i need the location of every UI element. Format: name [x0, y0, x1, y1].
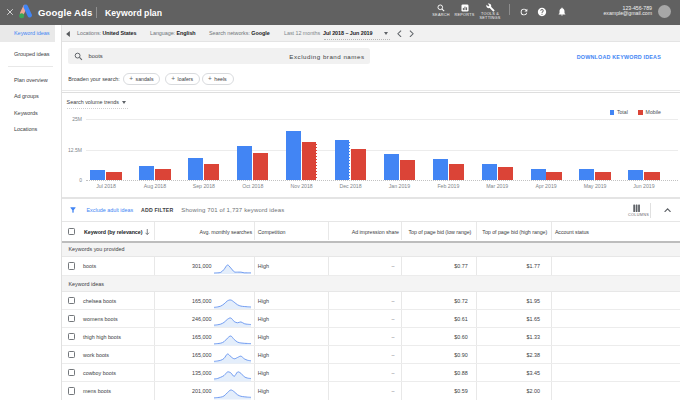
sidebar-item-grouped-ideas[interactable]: Grouped ideas	[14, 51, 49, 57]
sparkline-cell	[214, 386, 251, 397]
close-icon[interactable]	[6, 8, 14, 16]
x-tick-label: Jan 2019	[377, 183, 421, 189]
keyword-cell: womens boots	[83, 316, 118, 322]
bar-mobile-mar-2019	[498, 167, 513, 180]
column-divider	[328, 364, 329, 381]
sparkline-cell	[214, 332, 251, 343]
row-checkbox[interactable]	[68, 315, 75, 322]
next-period-icon[interactable]	[409, 30, 414, 38]
help-icon[interactable]	[537, 7, 547, 17]
topnav-search-label: SEARCH	[430, 13, 452, 17]
sidebar-item-locations[interactable]: Locations	[14, 126, 37, 132]
sidebar-item-keywords[interactable]: Keywords	[14, 110, 38, 116]
notifications-icon[interactable]	[557, 6, 567, 17]
prev-period-icon[interactable]	[397, 30, 402, 38]
column-divider	[476, 222, 477, 240]
chip-sandals[interactable]: +sandals	[123, 73, 160, 85]
language-setting[interactable]: Language: English	[150, 30, 196, 36]
table-row-thigh-high-boots[interactable]: thigh high boots165,000High–$0.60$1.33	[62, 328, 680, 346]
language-label: Language:	[150, 30, 175, 36]
page-title: Keyword plan	[105, 8, 162, 18]
sidebar-divider	[8, 66, 53, 67]
table-row-boots[interactable]: boots301,000High–$0.77$1.77	[62, 257, 680, 277]
bar-total-nov-2018	[286, 131, 301, 180]
add-filter-button[interactable]: ADD FILTER	[141, 207, 173, 213]
refresh-icon[interactable]	[519, 7, 529, 17]
column-divider	[401, 364, 402, 381]
chip-loafers[interactable]: +loafers	[165, 73, 200, 85]
competition-cell: High	[258, 334, 269, 340]
date-range-underline	[324, 39, 390, 40]
keyword-cell: work boots	[83, 352, 109, 358]
col-header-ad-impression[interactable]: Ad impression share	[329, 229, 399, 235]
excluding-brand-names-label[interactable]: Excluding brand names	[245, 53, 365, 60]
row-checkbox[interactable]	[68, 297, 75, 304]
table-row-cowboy-boots[interactable]: cowboy boots135,000High–$0.88$3.45	[62, 364, 680, 382]
competition-cell: High	[258, 352, 269, 358]
chip-heels[interactable]: +heels	[202, 73, 234, 85]
sidebar-item-keyword-ideas[interactable]: Keyword ideas	[14, 30, 49, 36]
topbar-divider	[96, 7, 97, 18]
bar-mobile-nov-2018	[302, 142, 317, 180]
legend-mobile-swatch	[638, 110, 643, 115]
row-checkbox[interactable]	[68, 387, 75, 394]
locations-setting[interactable]: Locations: United States	[77, 30, 136, 36]
columns-button[interactable]: COLUMNS	[628, 204, 646, 218]
col-header-competition[interactable]: Competition	[258, 229, 286, 235]
sparkline-cell	[214, 350, 251, 361]
collapse-table-icon[interactable]	[664, 208, 671, 213]
row-checkbox[interactable]	[68, 369, 75, 376]
topnav-search-button[interactable]: SEARCH	[430, 4, 452, 17]
checkbox-box	[68, 351, 75, 358]
column-divider	[551, 222, 552, 240]
account-info[interactable]: 123-456-789 example@gmail.com	[603, 6, 652, 18]
chart-title[interactable]: Search volume trends	[67, 99, 126, 105]
bar-mobile-jun-2019	[644, 172, 659, 180]
sparkline-chart	[214, 389, 251, 400]
select-all-checkbox[interactable]	[68, 228, 75, 235]
bar-mobile-jan-2019	[400, 160, 415, 181]
col-header-bid-low[interactable]: Top of page bid (low range)	[403, 229, 471, 235]
chip-heels-label: heels	[214, 77, 226, 82]
col-header-searches[interactable]: Avg. monthly searches	[154, 229, 252, 235]
sidebar-item-ad-groups[interactable]: Ad groups	[14, 93, 39, 99]
x-tick-label: Apr 2019	[524, 183, 568, 189]
sidebar-item-plan-overview[interactable]: Plan overview	[14, 77, 48, 83]
bid-high-cell: $1.77	[476, 263, 540, 269]
search-field-icon	[74, 52, 83, 61]
bid-low-cell: $0.61	[401, 316, 468, 322]
row-checkbox[interactable]	[68, 351, 75, 358]
col-header-bid-high[interactable]: Top of page bid (high range)	[477, 229, 547, 235]
table-row-chelsea-boots[interactable]: chelsea boots165,000High–$0.72$1.95	[62, 292, 680, 310]
date-range-selector[interactable]: Last 12 months Jul 2018 – Jun 2019	[284, 30, 372, 36]
ad-impression-share-cell: –	[328, 370, 395, 376]
column-divider	[254, 346, 255, 363]
column-divider	[476, 257, 477, 276]
topnav-reports-button[interactable]: REPORTS	[453, 4, 476, 17]
locations-label: Locations:	[77, 30, 101, 36]
avatar[interactable]	[658, 5, 671, 18]
column-divider	[551, 382, 552, 399]
checkbox-box	[68, 369, 75, 376]
download-keyword-ideas-link[interactable]: DOWNLOAD KEYWORD IDEAS	[577, 54, 661, 60]
topnav-tools-button[interactable]: TOOLS & SETTINGS	[477, 3, 503, 20]
networks-setting[interactable]: Search networks: Google	[209, 30, 270, 36]
sparkline-cell	[214, 295, 251, 306]
table-row-work-boots[interactable]: work boots165,000High–$0.90$2.38	[62, 346, 680, 364]
column-divider	[551, 328, 552, 345]
plus-icon: +	[171, 76, 175, 83]
column-divider	[551, 292, 552, 309]
columns-icon	[633, 204, 640, 213]
column-divider	[154, 257, 155, 276]
exclude-adult-ideas-link[interactable]: Exclude adult ideas	[87, 207, 134, 213]
collapse-arrow-icon[interactable]	[66, 31, 70, 37]
table-section-band: Keywords you provided	[62, 243, 680, 257]
bar-total-apr-2019	[531, 169, 546, 181]
col-header-keyword[interactable]: Keyword (by relevance)	[84, 229, 142, 235]
table-row-mens-boots[interactable]: mens boots201,000High–$0.59$2.00	[62, 382, 680, 400]
table-row-womens-boots[interactable]: womens boots246,000High–$0.61$1.65	[62, 310, 680, 328]
col-header-account-status[interactable]: Account status	[555, 229, 589, 235]
section-divider	[62, 92, 680, 94]
row-checkbox[interactable]	[68, 262, 75, 269]
row-checkbox[interactable]	[68, 333, 75, 340]
